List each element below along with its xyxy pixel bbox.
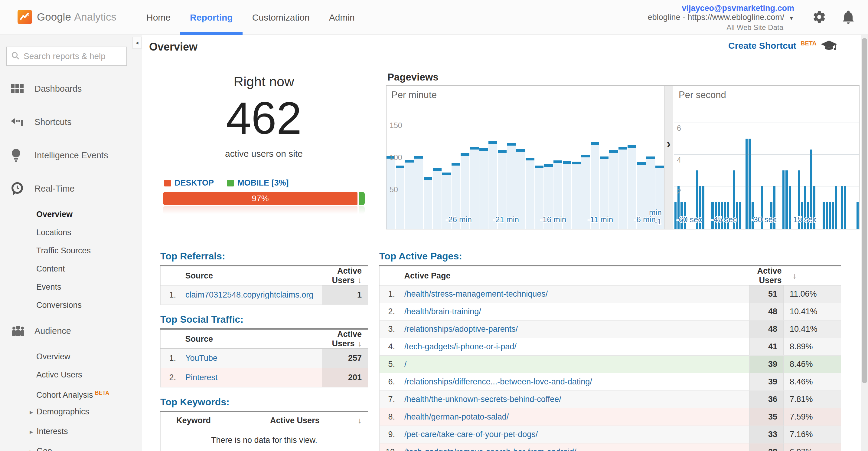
row-page: /health/stress-management-techniques/ — [398, 285, 750, 303]
nav-home[interactable]: Home — [137, 0, 180, 35]
education-cap-icon[interactable] — [821, 40, 837, 54]
row-percentage: 10.41% — [784, 303, 841, 320]
top-referrals-table: Source Active Users↓ 1. claim70312548.co… — [160, 265, 368, 305]
page-link[interactable]: / — [404, 360, 743, 369]
chart-bar — [479, 148, 488, 229]
column-header-active-users[interactable]: Active Users↓ — [322, 329, 368, 349]
create-shortcut-button[interactable]: Create Shortcut — [728, 40, 796, 51]
table-row: 7. /health/the-unknown-secrets-behind-co… — [379, 391, 841, 408]
desktop-share-segment: 97% — [163, 192, 358, 205]
page-link[interactable]: /pet-care/take-care-of-your-pet-dogs/ — [404, 430, 743, 439]
chart-divider-handle[interactable]: › — [664, 86, 673, 229]
settings-gear-icon[interactable] — [812, 10, 826, 25]
device-legend: DESKTOP MOBILE [3%] — [163, 178, 365, 188]
sidebar-item-audience[interactable]: Audience — [0, 314, 142, 347]
sort-desc-icon[interactable]: ↓ — [346, 412, 368, 429]
row-users: 48 — [750, 320, 784, 338]
page-link[interactable]: /relationships/difference...-between-lov… — [404, 377, 743, 387]
row-page: /health/brain-training/ — [398, 303, 750, 320]
row-users: 201 — [322, 368, 368, 388]
table-row: 5. / 39 8.46% — [379, 356, 841, 373]
page-link[interactable]: /health/stress-management-techniques/ — [404, 289, 743, 299]
sidebar-item-conversions[interactable]: Conversions — [0, 296, 142, 314]
sidebar-item-active-users[interactable]: Active Users — [0, 366, 142, 384]
page-link[interactable]: /relationships/adoptive-parents/ — [404, 325, 743, 334]
sidebar-item-dashboards[interactable]: Dashboards — [0, 72, 142, 105]
audience-people-icon — [11, 326, 28, 336]
page-link[interactable]: /health/the-unknown-secrets-behind-coffe… — [404, 395, 743, 404]
row-percentage: 8.89% — [784, 338, 841, 356]
account-property[interactable]: eblogline - https://www.eblogline.com/ — [648, 13, 784, 22]
sidebar-item-events[interactable]: Events — [0, 278, 142, 296]
per-second-label: Per second — [679, 90, 726, 101]
nav-reporting[interactable]: Reporting — [180, 0, 243, 35]
row-rank: 5. — [379, 356, 398, 373]
sidebar-collapse-button[interactable]: ◂ — [132, 37, 142, 49]
expand-arrow-icon: ▸ — [30, 428, 33, 435]
pageviews-title: Pageviews — [388, 72, 438, 83]
row-source: Pinterest — [179, 368, 322, 388]
sidebar-item-traffic-sources[interactable]: Traffic Sources — [0, 242, 142, 260]
sidebar-item-locations[interactable]: Locations — [0, 223, 142, 242]
column-spacer — [161, 329, 179, 349]
account-email[interactable]: vijayceo@psvmarketing.com — [648, 4, 794, 13]
column-header-keyword: Keyword — [161, 412, 244, 429]
nav-admin[interactable]: Admin — [319, 0, 365, 35]
page-link[interactable]: /tech-gadgets/remove-search-bar-from-and… — [404, 447, 743, 451]
notifications-bell-icon[interactable] — [842, 10, 855, 25]
sidebar-item-real-time[interactable]: Real-Time — [0, 172, 142, 205]
row-source: claim70312548.copyrightclaims.org — [179, 285, 322, 305]
sidebar-item-label: Real-Time — [34, 184, 75, 194]
sidebar-item-geo[interactable]: ▸Geo — [0, 441, 142, 451]
sidebar-item-realtime-overview[interactable]: Overview — [0, 205, 142, 223]
referral-link[interactable]: claim70312548.copyrightclaims.org — [185, 290, 316, 300]
expand-arrow-icon: ▸ — [30, 408, 33, 416]
page-link[interactable]: /tech-gadgets/i-phone-or-i-pad/ — [404, 342, 743, 351]
left-tables-column: Top Referrals: Source Active Users↓ 1. c… — [160, 251, 368, 451]
caret-down-icon[interactable]: ▼ — [788, 15, 794, 21]
table-row: 1. YouTube 257 — [161, 349, 368, 368]
page-link[interactable]: /health/german-potato-salad/ — [404, 412, 743, 422]
sidebar-item-demographics[interactable]: ▸Demographics — [0, 402, 142, 422]
social-link[interactable]: YouTube — [185, 354, 316, 363]
column-header-active-users[interactable]: Active Users — [750, 266, 784, 285]
column-header-source: Source — [179, 266, 322, 285]
sort-desc-icon[interactable]: ↓ — [784, 266, 841, 285]
sidebar-item-label: Dashboards — [34, 84, 82, 94]
row-page: /health/german-potato-salad/ — [398, 408, 750, 426]
chevron-right-icon: › — [666, 137, 671, 151]
page-link[interactable]: /health/brain-training/ — [404, 307, 743, 316]
right-tables-column: Top Active Pages: Active Page Active Use… — [379, 251, 841, 451]
top-referrals-title: Top Referrals: — [160, 251, 368, 262]
chart-bar — [702, 186, 704, 229]
main-content: Overview Create Shortcut BETA Right now … — [143, 35, 861, 451]
nav-customization[interactable]: Customization — [243, 0, 319, 35]
sidebar-item-cohort-analysis[interactable]: Cohort AnalysisBETA — [0, 384, 142, 402]
sidebar-item-content[interactable]: Content — [0, 260, 142, 278]
sidebar-item-audience-overview[interactable]: Overview — [0, 347, 142, 366]
device-share-bar: 97% — [163, 192, 365, 205]
google-analytics-logo[interactable]: Google Analytics — [18, 10, 117, 24]
row-rank: 1. — [161, 285, 179, 305]
row-page: /pet-care/take-care-of-your-pet-dogs/ — [398, 426, 750, 444]
search-input[interactable] — [24, 52, 122, 61]
beta-badge: BETA — [801, 40, 816, 47]
search-box[interactable] — [6, 47, 127, 66]
sidebar: ◂ Dashboards Shortcuts Intelligence Even… — [0, 35, 142, 451]
social-link[interactable]: Pinterest — [185, 373, 316, 382]
chart-bar — [857, 202, 859, 229]
sidebar-item-shortcuts[interactable]: Shortcuts — [0, 105, 142, 139]
gridline — [674, 186, 859, 187]
chart-bar — [782, 170, 784, 229]
search-icon — [11, 51, 20, 61]
sidebar-item-interests[interactable]: ▸Interests — [0, 422, 142, 441]
scrollbar-thumb[interactable] — [862, 38, 867, 383]
y-tick-100: 100 — [390, 153, 402, 162]
chart-bar — [619, 147, 627, 229]
row-percentage: 8.46% — [784, 373, 841, 391]
account-info: vijayceo@psvmarketing.com eblogline - ht… — [648, 4, 794, 32]
column-header-active-users[interactable]: Active Users↓ — [322, 266, 368, 285]
x-tick: -15 sec — [790, 215, 816, 224]
sidebar-item-intelligence-events[interactable]: Intelligence Events — [0, 139, 142, 172]
property-selector[interactable]: eblogline - https://www.eblogline.com/▼ — [648, 13, 794, 23]
